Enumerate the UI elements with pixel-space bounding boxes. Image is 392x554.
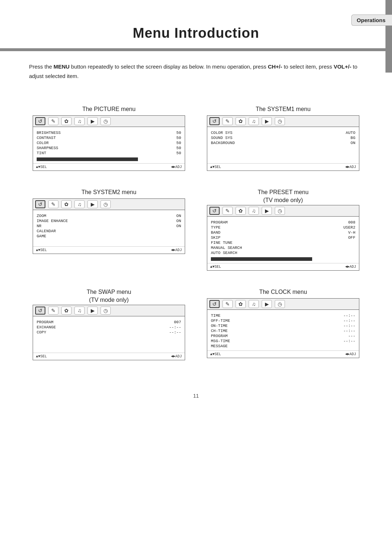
edit-icon: ✎	[48, 307, 58, 315]
progress-bar-preset	[211, 257, 312, 261]
menu-title-picture: The PICTURE menu	[33, 106, 185, 112]
menu-content-system1: COLOR SYSAUTOSOUND SYSBGBACKGROUNDON	[207, 127, 359, 163]
menu-row: MESSAGE	[211, 344, 355, 348]
menu-row-label: ON-TIME	[211, 324, 228, 328]
toolbar-system2: ↺✎✿♫▶◷	[33, 199, 185, 210]
menu-row-label: COLOR	[37, 141, 49, 145]
menu-row: COLOR SYSAUTO	[211, 131, 355, 135]
menu-row: COLOR50	[37, 141, 181, 145]
clock-icon: ◷	[275, 300, 285, 308]
menu-row-value: --:--	[343, 324, 355, 328]
menu-row-value: ON	[351, 141, 355, 145]
menu-row: SKIPOFF	[211, 235, 355, 240]
menu-row-value: --:--	[343, 339, 355, 343]
toolbar-clock: ↺✎✿♫▶◷	[207, 299, 359, 310]
menu-row: MSG-TIME--:--	[211, 339, 355, 343]
menu-row-label: SOUND SYS	[211, 136, 232, 140]
side-bar	[385, 0, 392, 73]
toolbar-picture: ↺✎✿♫▶◷	[33, 116, 185, 127]
nav-adj: ◄►ADJ	[171, 165, 182, 169]
nav-sel: ▲▼SEL	[36, 165, 47, 169]
edit-icon: ✎	[48, 200, 58, 208]
sound-icon: ♫	[74, 200, 85, 208]
clock-icon: ◷	[275, 207, 285, 215]
menu-row: CH-TIME--:--	[211, 329, 355, 333]
menu-row-label: CH-TIME	[211, 329, 228, 333]
menu-box-system1: ↺✎✿♫▶◷COLOR SYSAUTOSOUND SYSBGBACKGROUND…	[207, 115, 359, 171]
menu-row-label: FINE TUNE	[211, 241, 232, 245]
page-title: Menu Introduction	[0, 4, 392, 48]
toolbar-system1: ↺✎✿♫▶◷	[207, 116, 359, 127]
menu-row: PROGRAM008	[211, 220, 355, 225]
picture-icon: ✿	[236, 207, 246, 215]
menu-row: SOUND SYSBG	[211, 136, 355, 140]
menu-content-picture: BRIGHTNESS50CONTRAST50COLOR50SHARPNESS50…	[33, 127, 185, 163]
nav-adj: ◄►ADJ	[345, 265, 356, 269]
undo-icon: ↺	[209, 300, 220, 308]
menu-nav-preset: ▲▼SEL◄►ADJ	[207, 263, 359, 270]
menu-section-clock: The CLOCK menu↺✎✿♫▶◷TIME--:--OFF-TIME--:…	[196, 282, 370, 371]
menu-nav-swap: ▲▼SEL◄►ADJ	[33, 353, 185, 360]
menu-row-label: CALENDAR	[37, 229, 56, 233]
menu-nav-system2: ▲▼SEL◄►ADJ	[33, 246, 185, 254]
picture-icon: ✿	[236, 117, 246, 125]
menu-row: SHARPNESS50	[37, 146, 181, 150]
menu-box-picture: ↺✎✿♫▶◷BRIGHTNESS50CONTRAST50COLOR50SHARP…	[33, 115, 185, 171]
operations-tab: Operations	[351, 15, 392, 26]
menu-row-label: CONTRAST	[37, 136, 56, 140]
menu-grid: The PICTURE menu↺✎✿♫▶◷BRIGHTNESS50CONTRA…	[22, 99, 370, 371]
menu-title-preset: The PRESET menu	[207, 189, 359, 196]
menu-row-value: --:--	[169, 330, 181, 335]
menu-subtitle-preset: (TV mode only)	[207, 197, 359, 204]
menu-row: TYPEUSER2	[211, 225, 355, 230]
undo-icon: ↺	[35, 307, 45, 315]
menu-box-preset: ↺✎✿♫▶◷PROGRAM008TYPEUSER2BANDV-HSKIPOFFF…	[207, 205, 359, 271]
menu-row-label: AUTO SEARCH	[211, 251, 237, 255]
page-number: 11	[0, 393, 392, 410]
menu-row: TINT50	[37, 151, 181, 155]
toolbar-swap: ↺✎✿♫▶◷	[33, 305, 185, 316]
menu-row-label: MANUAL SEARCH	[211, 246, 242, 250]
menu-row-value: 50	[176, 131, 181, 135]
menu-row-label: IMAGE ENHANCE	[37, 219, 68, 223]
header-area: Operations Menu Introduction	[0, 0, 392, 51]
menu-row-value: --:--	[343, 313, 355, 318]
menu-bold: MENU	[54, 63, 70, 70]
menu-row-label: ZOOM	[37, 214, 46, 218]
menu-row-value: 50	[176, 136, 181, 140]
menu-box-swap: ↺✎✿♫▶◷PROGRAM007EXCHANGE--:--COPY--:--▲▼…	[33, 305, 185, 360]
menu-section-system2: The SYSTEM2 menu↺✎✿♫▶◷ZOOMONIMAGE ENHANC…	[22, 182, 196, 282]
picture-icon: ✿	[61, 117, 72, 125]
menu-row-value: 50	[176, 141, 181, 145]
play-icon: ▶	[87, 307, 98, 315]
menu-row-label: BAND	[211, 230, 220, 235]
progress-bar-picture	[37, 157, 138, 161]
menu-row-value: --:--	[343, 329, 355, 333]
menu-row: BANDV-H	[211, 230, 355, 235]
menu-row: EXCHANGE--:--	[37, 325, 181, 329]
menu-subtitle-swap: (TV mode only)	[33, 297, 185, 303]
edit-icon: ✎	[48, 117, 58, 125]
toolbar-preset: ↺✎✿♫▶◷	[207, 205, 359, 217]
clock-icon: ◷	[101, 200, 111, 208]
play-icon: ▶	[87, 117, 98, 125]
menu-row: IMAGE ENHANCEON	[37, 219, 181, 223]
edit-icon: ✎	[222, 207, 233, 215]
menu-row: ZOOMON	[37, 214, 181, 218]
progress-bar-container-picture	[37, 157, 181, 161]
clock-icon: ◷	[275, 117, 285, 125]
menu-row-label: SHARPNESS	[37, 146, 58, 150]
undo-icon: ↺	[209, 117, 220, 125]
menu-row: CALENDAR	[37, 229, 181, 233]
menu-nav-clock: ▲▼SEL◄►ADJ	[207, 350, 359, 358]
menu-content-preset: PROGRAM008TYPEUSER2BANDV-HSKIPOFFFINE TU…	[207, 217, 359, 263]
menu-row: PROGRAM---	[211, 334, 355, 338]
nav-adj: ◄►ADJ	[171, 248, 182, 252]
menu-row-label: MESSAGE	[211, 344, 228, 348]
menu-title-system2: The SYSTEM2 menu	[33, 189, 185, 196]
clock-icon: ◷	[101, 117, 111, 125]
sound-icon: ♫	[249, 117, 259, 125]
play-icon: ▶	[87, 200, 98, 208]
nav-sel: ▲▼SEL	[36, 354, 47, 358]
menu-row-value: ON	[176, 214, 181, 218]
